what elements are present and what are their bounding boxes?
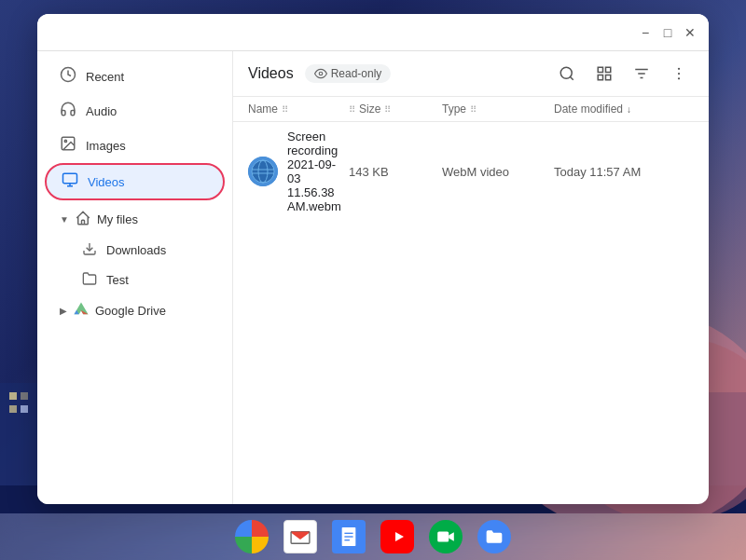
more-icon — [670, 65, 687, 82]
sidebar: Recent Audio — [37, 51, 233, 504]
size-sort-handle2: ⠿ — [384, 104, 391, 115]
file-manager-window: − □ ✕ Recent — [37, 14, 709, 504]
file-type: WebM video — [442, 165, 554, 179]
file-size: 143 KB — [349, 165, 442, 179]
file-name: Screen recording 2021-09-03 11.56.38 AM.… — [287, 130, 349, 213]
window-controls: − □ ✕ — [638, 25, 698, 40]
taskbar-meet[interactable] — [429, 520, 463, 553]
svg-rect-19 — [21, 405, 28, 413]
sidebar-item-downloads[interactable]: Downloads — [45, 236, 225, 265]
file-list: Name ⠿ ⠿ Size ⠿ Type ⠿ Date modified ↓ — [233, 97, 709, 504]
taskbar-docs[interactable] — [332, 520, 366, 553]
audio-icon — [60, 101, 76, 121]
images-icon — [60, 135, 76, 156]
taskbar-files[interactable] — [477, 520, 511, 553]
sidebar-item-images[interactable]: Images — [45, 129, 225, 162]
svg-point-45 — [560, 67, 572, 78]
size-sort-handle: ⠿ — [349, 104, 355, 115]
column-header-name[interactable]: Name ⠿ — [248, 102, 349, 116]
title-bar: − □ ✕ — [37, 14, 709, 51]
main-panel: Videos Read-only — [233, 51, 709, 504]
googledrive-icon — [73, 301, 90, 321]
date-sort-arrow: ↓ — [627, 104, 631, 115]
downloads-icon — [82, 241, 97, 259]
file-date: Today 11:57 AM — [554, 165, 694, 179]
taskbar-youtube[interactable] — [380, 520, 414, 553]
downloads-label: Downloads — [106, 243, 166, 257]
svg-rect-17 — [21, 392, 28, 400]
sidebar-item-recent[interactable]: Recent — [45, 60, 225, 93]
search-button[interactable] — [552, 59, 582, 89]
videos-icon — [62, 171, 78, 192]
sidebar-item-myfiles[interactable]: ▼ My files — [45, 204, 225, 235]
myfiles-icon — [75, 210, 91, 229]
sidebar-item-audio-label: Audio — [86, 104, 117, 118]
minimize-button[interactable]: − — [638, 25, 653, 40]
svg-marker-68 — [395, 532, 404, 541]
test-label: Test — [106, 273, 129, 287]
svg-rect-49 — [598, 75, 602, 80]
column-header-date[interactable]: Date modified ↓ — [554, 102, 694, 116]
close-button[interactable]: ✕ — [683, 25, 698, 40]
googledrive-label: Google Drive — [95, 304, 166, 318]
column-header-type[interactable]: Type ⠿ — [442, 102, 554, 116]
file-thumbnail — [248, 157, 278, 186]
sidebar-item-videos-label: Videos — [88, 175, 125, 189]
grid-icon — [596, 65, 613, 82]
svg-point-41 — [64, 140, 66, 142]
test-folder-icon — [82, 271, 97, 289]
sidebar-item-googledrive[interactable]: ▶ Google Drive — [45, 295, 225, 326]
myfiles-label: My files — [97, 212, 138, 226]
table-header: Name ⠿ ⠿ Size ⠿ Type ⠿ Date modified ↓ — [233, 97, 709, 122]
svg-point-44 — [319, 72, 323, 75]
svg-point-55 — [678, 73, 680, 75]
chevron-right-icon: ▶ — [60, 306, 67, 316]
svg-marker-70 — [449, 532, 454, 541]
svg-rect-50 — [606, 75, 611, 80]
recent-icon — [60, 66, 76, 87]
readonly-badge: Read-only — [305, 64, 392, 83]
table-row[interactable]: Screen recording 2021-09-03 11.56.38 AM.… — [233, 122, 709, 221]
sort-icon — [633, 65, 650, 82]
myfiles-section: ▼ My files — [37, 204, 232, 294]
svg-rect-16 — [9, 392, 17, 400]
svg-line-46 — [570, 76, 573, 79]
svg-rect-69 — [437, 531, 449, 541]
taskbar-gmail[interactable] — [283, 520, 317, 553]
svg-rect-47 — [598, 67, 602, 72]
search-icon — [559, 65, 575, 82]
content-area: Recent Audio — [37, 51, 709, 504]
sort-button[interactable] — [627, 59, 656, 89]
svg-rect-42 — [63, 173, 77, 184]
more-button[interactable] — [664, 59, 694, 89]
maximize-button[interactable]: □ — [660, 25, 675, 40]
sidebar-item-images-label: Images — [86, 139, 126, 153]
svg-rect-48 — [606, 67, 611, 72]
eye-icon — [314, 67, 327, 80]
svg-point-56 — [678, 77, 680, 79]
svg-rect-18 — [9, 405, 17, 413]
sidebar-item-audio[interactable]: Audio — [45, 94, 225, 128]
column-header-size[interactable]: ⠿ Size ⠿ — [349, 102, 442, 116]
readonly-label: Read-only — [331, 67, 382, 80]
taskbar-chrome[interactable] — [235, 520, 269, 553]
sidebar-item-videos[interactable]: Videos — [45, 163, 225, 200]
type-sort-handle: ⠿ — [470, 104, 477, 115]
sidebar-item-recent-label: Recent — [86, 70, 124, 84]
toolbar-title: Videos — [248, 65, 294, 82]
file-name-cell: Screen recording 2021-09-03 11.56.38 AM.… — [248, 130, 349, 213]
toolbar-actions — [552, 59, 694, 89]
toolbar: Videos Read-only — [233, 51, 709, 97]
chevron-down-icon: ▼ — [60, 214, 69, 225]
grid-view-button[interactable] — [589, 59, 619, 89]
taskbar — [0, 513, 746, 560]
column-sort-handle: ⠿ — [282, 104, 288, 115]
sidebar-item-test[interactable]: Test — [45, 266, 225, 294]
svg-point-54 — [678, 68, 680, 70]
